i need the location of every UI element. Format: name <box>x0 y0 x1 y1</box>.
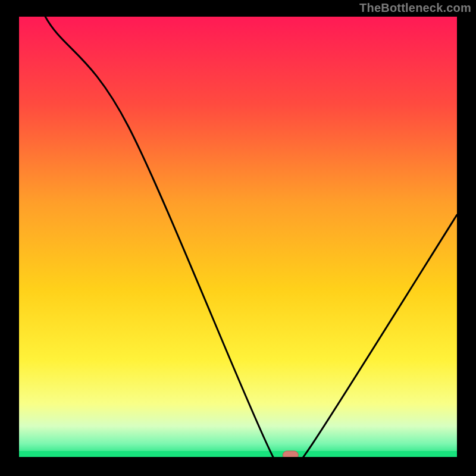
chart-baseline-strip <box>19 451 457 457</box>
attribution-label: TheBottleneck.com <box>359 1 471 15</box>
chart-svg <box>19 17 457 457</box>
bottleneck-chart <box>19 17 457 457</box>
chart-background <box>19 17 457 457</box>
optimal-marker <box>283 451 298 457</box>
chart-container: TheBottleneck.com <box>0 0 476 476</box>
